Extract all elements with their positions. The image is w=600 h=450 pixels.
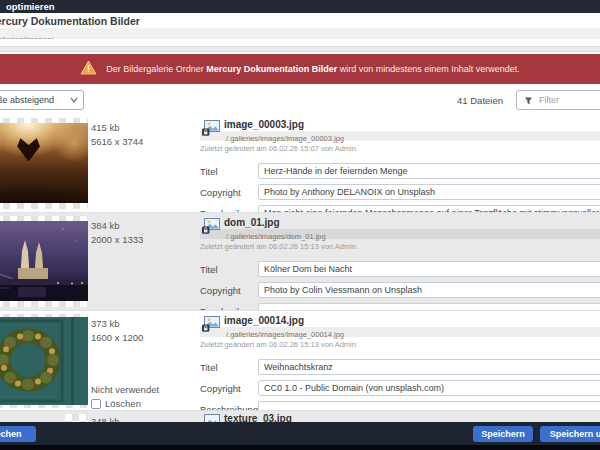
footer-bar: Abbrechen Speichern Speichern und schlie…: [0, 422, 600, 445]
title-input[interactable]: [258, 261, 600, 277]
filter-box: [516, 90, 600, 110]
file-row-dom-01: 384 kb 2000 x 1333 dom_01.jpg /.: [0, 212, 600, 310]
file-path-bar: /.galleries/images/dom_01.jpg: [200, 229, 600, 239]
sort-select-value: Größe absteigend: [0, 95, 54, 105]
file-detail: image_00014.jpg /.galleries/images/image…: [200, 315, 600, 417]
warning-banner: Der Bildergalerie Ordner Mercury Dokumen…: [0, 54, 600, 84]
not-used-label: Nicht verwendet: [91, 383, 159, 397]
file-path: /.galleries/images/dom_01.jpg: [226, 232, 326, 241]
file-dimensions: 2000 x 1333: [91, 233, 143, 247]
file-detail: image_00003.jpg /.galleries/images/image…: [200, 119, 600, 221]
file-count: 41 Dateien: [457, 95, 503, 106]
file-name[interactable]: image_00014.jpg: [224, 315, 600, 327]
file-meta: 373 kb 1600 x 1200: [91, 317, 143, 345]
file-path: /.galleries/images/image_00003.jpg: [226, 134, 344, 143]
photo-concert-crowd: [0, 123, 88, 203]
title-label: Titel: [200, 362, 258, 373]
file-row-image-00003: 415 kb 5616 x 3744 image_00003.jpg: [0, 115, 600, 212]
image-file-lock-icon: [202, 218, 220, 238]
cancel-button[interactable]: Abbrechen: [0, 426, 36, 442]
warning-text: Der Bildergalerie Ordner Mercury Dokumen…: [106, 64, 520, 74]
file-size: 384 kb: [91, 219, 143, 233]
thumbnail-christmas-wreath: [0, 314, 88, 408]
file-path: /.galleries/images/image_00014.jpg: [226, 330, 344, 339]
file-meta: 384 kb 2000 x 1333: [91, 219, 143, 247]
title-input[interactable]: [258, 163, 600, 179]
sort-select[interactable]: Größe absteigend: [0, 90, 84, 110]
image-file-lock-icon: [202, 316, 220, 336]
file-path-bar: /.galleries/images/image_00003.jpg: [200, 131, 600, 141]
file-header: image_00003.jpg /.galleries/images/image…: [200, 119, 600, 141]
file-modified: Zuletzt geändert am 06.02.26 15:07 von A…: [200, 144, 600, 153]
chevron-down-icon: [70, 97, 78, 103]
bottom-strip: [0, 445, 600, 450]
thumbnail-cologne-cathedral: [0, 216, 88, 307]
filter-input[interactable]: [517, 91, 600, 109]
file-modified: Zuletzt geändert am 06.02.26 15:13 von A…: [200, 340, 600, 349]
delete-label: Löschen: [105, 398, 141, 409]
delete-checkbox[interactable]: [91, 399, 101, 409]
thumbnail-concert-crowd: [0, 118, 88, 209]
window-titlebar: optimieren: [0, 0, 600, 13]
file-meta: 415 kb 5616 x 3744: [91, 121, 143, 149]
file-modified: Zuletzt geändert am 06.02.26 15:13 von A…: [200, 242, 600, 251]
file-header: dom_01.jpg /.galleries/images/dom_01.jpg: [200, 217, 600, 239]
save-and-close-button[interactable]: Speichern und schließen: [540, 426, 600, 442]
copyright-input[interactable]: [258, 184, 600, 200]
save-button[interactable]: Speichern: [473, 426, 533, 442]
copyright-input[interactable]: [258, 282, 600, 298]
breadcrumb: /.galleries/images/: [0, 34, 53, 39]
image-file-lock-icon: [202, 120, 220, 140]
file-dimensions: 5616 x 3744: [91, 135, 143, 149]
copyright-label: Copyright: [200, 285, 258, 296]
page-title: Mercury Dokumentation Bilder: [0, 15, 140, 27]
file-name[interactable]: dom_01.jpg: [224, 217, 600, 229]
warning-icon: [80, 60, 97, 79]
file-name[interactable]: image_00003.jpg: [224, 119, 600, 131]
photo-christmas-wreath: [0, 317, 88, 405]
file-size: 415 kb: [91, 121, 143, 135]
copyright-input[interactable]: [258, 380, 600, 396]
window-title: optimieren: [6, 1, 55, 12]
breadcrumb-bar: /.galleries/images/: [0, 28, 600, 39]
divider: [0, 46, 600, 52]
file-size: 373 kb: [91, 317, 143, 331]
title-input[interactable]: [258, 359, 600, 375]
title-label: Titel: [200, 264, 258, 275]
file-detail: dom_01.jpg /.galleries/images/dom_01.jpg…: [200, 217, 600, 319]
copyright-label: Copyright: [200, 187, 258, 198]
file-list: 415 kb 5616 x 3744 image_00003.jpg: [0, 115, 600, 450]
file-row-image-00014: 373 kb 1600 x 1200 Nicht verwendet Lösch…: [0, 310, 600, 410]
photo-cologne-cathedral: [0, 221, 88, 301]
file-path-bar: /.galleries/images/image_00014.jpg: [200, 327, 600, 337]
title-label: Titel: [200, 166, 258, 177]
file-header: image_00014.jpg /.galleries/images/image…: [200, 315, 600, 337]
copyright-label: Copyright: [200, 383, 258, 394]
usage-flags: Nicht verwendet Löschen: [91, 383, 159, 411]
file-dimensions: 1600 x 1200: [91, 331, 143, 345]
warning-folder-name: Mercury Dokumentation Bilder: [206, 64, 337, 74]
